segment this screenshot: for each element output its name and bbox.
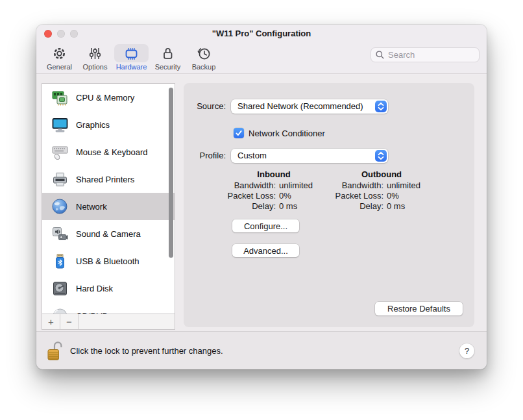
sidebar-item-label: Network [76, 202, 107, 212]
sidebar-item-mouse-keyboard[interactable]: Mouse & Keyboard [42, 138, 175, 166]
sidebar-item-label: Sound & Camera [76, 229, 141, 239]
close-button[interactable] [44, 30, 52, 38]
content-area: CPU & Memory Graphics [36, 75, 487, 331]
inbound-delay-value: 0 ms [279, 201, 328, 212]
toolbar: General Options [36, 43, 487, 74]
options-iconbox [79, 44, 112, 62]
sidebar-scrollbar[interactable] [169, 88, 173, 258]
add-device-button[interactable]: + [42, 314, 60, 329]
toolbar-tab-label: Options [83, 63, 108, 71]
network-conditioner-label: Network Conditioner [249, 129, 325, 138]
configure-button[interactable]: Configure... [232, 219, 299, 232]
outbound-delay-value: 0 ms [387, 201, 435, 212]
checkbox-checked-icon [234, 128, 244, 138]
toolbar-tab-backup[interactable]: Backup [187, 44, 221, 71]
mouse-keyboard-icon [50, 142, 69, 162]
time-machine-icon [195, 45, 212, 62]
sidebar-item-graphics[interactable]: Graphics [42, 111, 175, 138]
sidebar-item-label: Mouse & Keyboard [76, 147, 148, 157]
source-label: Source: [184, 99, 226, 114]
sidebar-item-label: CPU & Memory [76, 93, 134, 103]
sidebar-item-label: Hard Disk [76, 284, 113, 293]
inbound-column: Inbound Bandwidth: unlimited Packet Loss… [220, 169, 328, 212]
network-globe-icon [50, 197, 69, 216]
security-iconbox [151, 44, 184, 62]
sound-camera-icon [50, 224, 69, 243]
sliders-icon [87, 45, 103, 62]
profile-value: Custom [237, 149, 267, 163]
unlocked-padlock-icon[interactable] [47, 339, 64, 362]
hardware-sidebar: CPU & Memory Graphics [42, 83, 175, 330]
lock-icon [160, 45, 176, 62]
inbound-header: Inbound [220, 169, 328, 180]
printer-icon [50, 169, 69, 189]
sidebar-item-label: Graphics [76, 120, 110, 130]
toolbar-tab-options[interactable]: Options [79, 44, 112, 71]
minimize-button[interactable] [57, 30, 65, 38]
general-iconbox [43, 44, 76, 62]
source-value: Shared Network (Recommended) [237, 99, 363, 114]
sidebar-item-cpu-memory[interactable]: CPU & Memory [42, 84, 175, 111]
toolbar-tab-general[interactable]: General [43, 44, 76, 71]
hardware-list: CPU & Memory Graphics [42, 84, 175, 314]
remove-device-button[interactable]: − [60, 314, 79, 329]
help-button[interactable]: ? [459, 343, 474, 358]
toolbar-tab-label: General [47, 63, 72, 71]
sidebar-item-sound-camera[interactable]: Sound & Camera [42, 220, 175, 247]
outbound-header: Outbound [328, 169, 435, 180]
source-select[interactable]: Shared Network (Recommended) [231, 99, 388, 114]
gear-icon [51, 45, 67, 62]
cpu-memory-icon [50, 88, 69, 107]
inbound-delay-label: Delay: [220, 201, 276, 212]
search-input[interactable]: Search [371, 47, 480, 62]
toolbar-tab-label: Security [155, 63, 181, 71]
inbound-bandwidth-label: Bandwidth: [220, 180, 276, 191]
toolbar-tab-security[interactable]: Security [151, 44, 184, 71]
inbound-packet-loss-value: 0% [279, 191, 328, 201]
profile-label: Profile: [184, 149, 226, 163]
popup-arrows-icon [375, 150, 387, 162]
graphics-icon [50, 115, 69, 134]
sidebar-item-shared-printers[interactable]: Shared Printers [42, 166, 175, 193]
toolbar-tab-label: Backup [192, 63, 216, 71]
network-conditioner-checkbox[interactable]: Network Conditioner [234, 128, 325, 138]
outbound-packet-loss-label: Packet Loss: [328, 191, 383, 201]
hardware-iconbox [114, 44, 149, 62]
usb-bluetooth-icon [50, 251, 69, 271]
lock-hint-text: Click the lock to prevent further change… [70, 346, 223, 356]
chip-icon [123, 45, 140, 62]
inbound-packet-loss-label: Packet Loss: [220, 191, 276, 201]
advanced-button[interactable]: Advanced... [232, 244, 299, 257]
network-settings-panel: Source: Shared Network (Recommended) Net… [184, 83, 474, 327]
sidebar-item-hard-disk[interactable]: Hard Disk [42, 275, 175, 302]
sidebar-item-label: USB & Bluetooth [76, 256, 140, 266]
sidebar-item-cd-dvd[interactable]: CD/DVD [42, 302, 175, 314]
titlebar: "W11 Pro" Configuration [36, 25, 487, 43]
window-title: "W11 Pro" Configuration [36, 25, 487, 43]
profile-select[interactable]: Custom [231, 149, 388, 163]
sidebar-item-usb-bluetooth[interactable]: USB & Bluetooth [42, 247, 175, 275]
toolbar-tab-hardware[interactable]: Hardware [114, 44, 149, 71]
search-placeholder: Search [388, 50, 415, 60]
outbound-delay-label: Delay: [328, 201, 383, 212]
search-icon [375, 50, 385, 60]
traffic-lights [44, 30, 78, 38]
sidebar-item-network[interactable]: Network [42, 193, 175, 220]
outbound-bandwidth-value: unlimited [387, 180, 435, 191]
configuration-window: "W11 Pro" Configuration General [36, 25, 487, 369]
bottom-bar: Click the lock to prevent further change… [36, 331, 487, 369]
sidebar-footer: + − [42, 314, 175, 329]
sidebar-item-label: Shared Printers [76, 175, 134, 184]
inbound-bandwidth-value: unlimited [279, 180, 328, 191]
hard-disk-icon [50, 278, 69, 298]
outbound-packet-loss-value: 0% [387, 191, 435, 201]
backup-iconbox [187, 44, 221, 62]
zoom-button[interactable] [70, 30, 78, 38]
toolbar-tab-label: Hardware [116, 63, 147, 71]
restore-defaults-button[interactable]: Restore Defaults [375, 302, 463, 315]
popup-arrows-icon [375, 101, 387, 112]
outbound-column: Outbound Bandwidth: unlimited Packet Los… [328, 169, 435, 212]
outbound-bandwidth-label: Bandwidth: [328, 180, 383, 191]
